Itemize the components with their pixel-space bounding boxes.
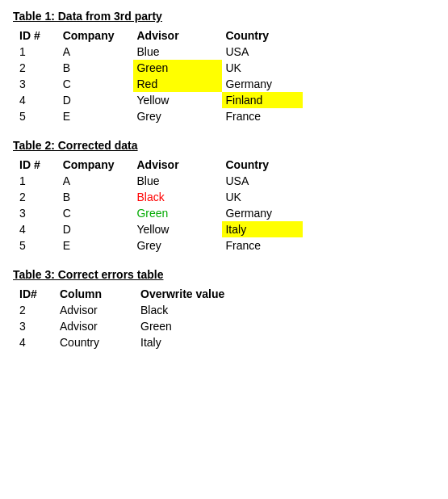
table-row: 4DYellowFinland: [16, 92, 303, 108]
cell-company: D: [60, 92, 134, 108]
cell-overwrite: Black: [137, 302, 244, 318]
cell-id: 1: [16, 44, 60, 60]
table-row: 3CGreenGermany: [16, 205, 303, 221]
cell-id: 1: [16, 173, 60, 189]
table-row: 5EGreyFrance: [16, 237, 303, 254]
cell-country: UK: [222, 189, 303, 205]
table2-header-row: ID # Company Advisor Country: [16, 157, 303, 173]
cell-company: C: [60, 76, 134, 92]
cell-advisor: Blue: [133, 44, 222, 60]
cell-country: USA: [222, 173, 303, 189]
table1-header-id: ID #: [16, 27, 60, 44]
cell-advisor: Grey: [133, 108, 222, 124]
table3: ID# Column Overwrite value 2AdvisorBlack…: [16, 286, 244, 350]
cell-id: 4: [16, 221, 60, 237]
cell-id: 5: [16, 108, 60, 124]
cell-id: 3: [16, 205, 60, 221]
cell-company: D: [60, 221, 134, 237]
cell-id: 2: [16, 60, 60, 76]
cell-advisor: Green: [133, 205, 222, 221]
cell-country: UK: [222, 60, 303, 76]
cell-advisor: Black: [133, 189, 222, 205]
cell-overwrite: Green: [137, 318, 244, 334]
table2-header-country: Country: [222, 157, 303, 173]
cell-company: A: [60, 44, 134, 60]
table-row: 2BGreenUK: [16, 60, 303, 76]
cell-company: A: [60, 173, 134, 189]
table2-section: Table 2: Corrected data ID # Company Adv…: [13, 139, 435, 254]
table3-header-column: Column: [57, 286, 137, 302]
table-row: 2AdvisorBlack: [16, 302, 244, 318]
cell-advisor: Yellow: [133, 92, 222, 108]
table-row: 3AdvisorGreen: [16, 318, 244, 334]
cell-country: France: [222, 108, 303, 124]
cell-overwrite: Italy: [137, 334, 244, 350]
table-row: 1ABlueUSA: [16, 44, 303, 60]
cell-company: E: [60, 237, 134, 254]
cell-company: B: [60, 60, 134, 76]
table-row: 4CountryItaly: [16, 334, 244, 350]
cell-id: 2: [16, 189, 60, 205]
cell-column: Country: [57, 334, 137, 350]
table1-header-row: ID # Company Advisor Country: [16, 27, 303, 44]
cell-country: Italy: [222, 221, 303, 237]
table-row: 5EGreyFrance: [16, 108, 303, 124]
cell-advisor: Yellow: [133, 221, 222, 237]
table3-section: Table 3: Correct errors table ID# Column…: [13, 268, 435, 350]
cell-id: 5: [16, 237, 60, 254]
table1-header-country: Country: [222, 27, 303, 44]
cell-country: Germany: [222, 205, 303, 221]
cell-id: 3: [16, 318, 57, 334]
cell-id: 3: [16, 76, 60, 92]
table1-section: Table 1: Data from 3rd party ID # Compan…: [13, 10, 435, 124]
cell-company: E: [60, 108, 134, 124]
cell-company: B: [60, 189, 134, 205]
cell-advisor: Grey: [133, 237, 222, 254]
table-row: 4DYellowItaly: [16, 221, 303, 237]
cell-country: USA: [222, 44, 303, 60]
cell-country: Germany: [222, 76, 303, 92]
table1-header-advisor: Advisor: [133, 27, 222, 44]
table1-title: Table 1: Data from 3rd party: [13, 10, 435, 23]
table1-header-company: Company: [60, 27, 134, 44]
cell-country: France: [222, 237, 303, 254]
cell-advisor: Green: [133, 60, 222, 76]
table1: ID # Company Advisor Country 1ABlueUSA2B…: [16, 27, 303, 124]
cell-country: Finland: [222, 92, 303, 108]
cell-advisor: Blue: [133, 173, 222, 189]
cell-column: Advisor: [57, 318, 137, 334]
table-row: 3CRedGermany: [16, 76, 303, 92]
cell-id: 2: [16, 302, 57, 318]
table-row: 1ABlueUSA: [16, 173, 303, 189]
table2-header-advisor: Advisor: [133, 157, 222, 173]
table2-header-company: Company: [60, 157, 134, 173]
cell-column: Advisor: [57, 302, 137, 318]
cell-company: C: [60, 205, 134, 221]
table3-title: Table 3: Correct errors table: [13, 268, 435, 281]
table-row: 2BBlackUK: [16, 189, 303, 205]
table3-header-overwrite: Overwrite value: [137, 286, 244, 302]
table2: ID # Company Advisor Country 1ABlueUSA2B…: [16, 157, 303, 254]
table2-title: Table 2: Corrected data: [13, 139, 435, 152]
table3-header-row: ID# Column Overwrite value: [16, 286, 244, 302]
cell-id: 4: [16, 92, 60, 108]
table3-header-id: ID#: [16, 286, 57, 302]
table2-header-id: ID #: [16, 157, 60, 173]
cell-id: 4: [16, 334, 57, 350]
cell-advisor: Red: [133, 76, 222, 92]
